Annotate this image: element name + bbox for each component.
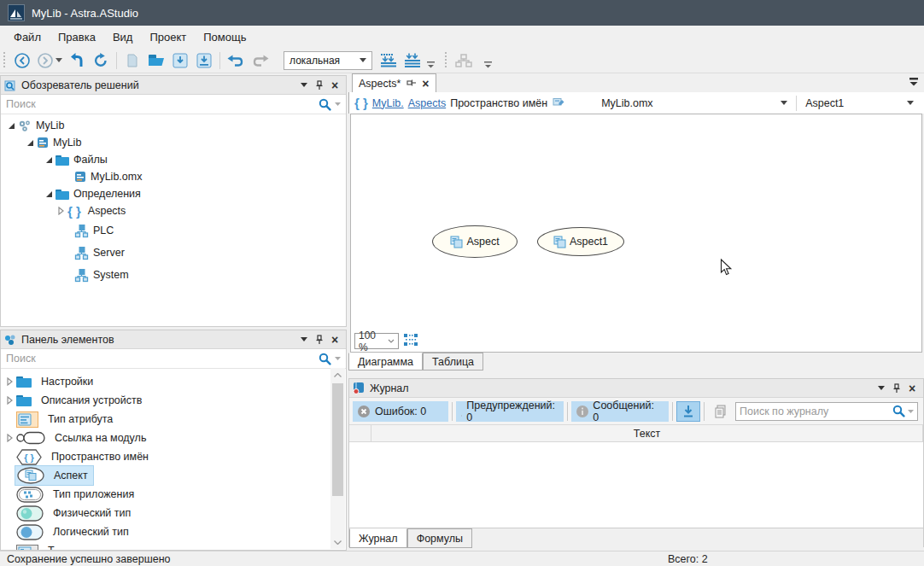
expander-collapsed-icon[interactable] [4,434,15,442]
chevron-down-icon[interactable] [908,410,914,413]
solution-search-input[interactable] [6,98,319,110]
menu-help[interactable]: Помощь [195,27,254,47]
journal-table-body[interactable] [349,442,923,528]
tree-item-label[interactable]: System [93,269,129,281]
scroll-down-icon[interactable] [330,535,345,549]
new-document-button[interactable] [121,50,143,72]
zoom-combo[interactable]: 100 % [354,333,399,349]
toolbox-item-label[interactable]: Ссылка на модуль [55,432,146,444]
tree-row[interactable]: PLC [1,219,346,242]
tree-item-label[interactable]: PLC [93,225,114,236]
close-icon[interactable]: × [327,333,342,347]
toolbox-header[interactable]: Панель элементов × [1,330,346,349]
diagram-node-aspect1[interactable]: Aspect1 [537,227,624,256]
toolbox-item-label[interactable]: Физический тип [53,507,131,519]
document-tab-label[interactable]: Aspects* [359,78,401,90]
journal-text-column[interactable]: Текст [371,425,923,441]
toolbar-overflow-button[interactable] [484,59,492,71]
toolbar-grip[interactable] [3,52,7,69]
tree-item-label[interactable]: Aspects [88,205,126,217]
copy-button[interactable] [708,401,732,422]
scrollbar-thumb[interactable] [332,383,343,496]
navigate-back-button[interactable] [11,50,33,72]
element-combo[interactable]: Aspect1 [800,94,919,112]
document-tab-aspects[interactable]: Aspects* × [352,73,436,92]
pin-icon[interactable] [312,79,327,92]
expander-collapsed-icon[interactable] [56,207,66,215]
redo-button[interactable] [249,50,271,72]
toolbox-item-label[interactable]: Логический тип [53,526,129,538]
tree-item-label[interactable]: Файлы [73,154,108,166]
scroll-to-end-button[interactable] [676,401,700,422]
breadcrumb-library-link[interactable]: MyLib. [372,97,404,109]
panel-position-button[interactable] [296,333,312,347]
toolbox-item[interactable]: Логический тип [1,522,346,541]
toolbox-item-label[interactable]: Пространство имён [51,451,149,463]
panel-position-button[interactable] [874,382,889,395]
tree-item-label[interactable]: MyLib [36,120,64,131]
tree-item-label[interactable]: Server [93,247,125,259]
menu-file[interactable]: Файл [5,27,50,47]
tab-diagram[interactable]: Диаграмма [348,353,423,371]
file-combo[interactable]: MyLib.omx [596,94,792,112]
expander-expanded-icon[interactable] [25,139,35,147]
scroll-up-icon[interactable] [330,368,345,382]
toolbox-item-label[interactable]: Тип атрибута [48,413,113,425]
menu-project[interactable]: Проект [141,27,195,47]
toolbox-item[interactable]: Описания устройств [1,391,346,410]
tree-row[interactable]: Файлы [1,151,346,168]
tree-item-label[interactable]: Определения [73,188,141,200]
messages-filter-button[interactable]: Сообщений: 0 [571,401,669,422]
toolbox-item[interactable]: Настройки [1,372,346,391]
expander-collapsed-icon[interactable] [4,377,15,386]
toolbox-item-label[interactable]: Аспект [54,470,88,481]
breadcrumb-item-link[interactable]: Aspects [408,97,446,109]
toolbar-grip[interactable] [444,52,448,69]
journal-header[interactable]: Журнал × [349,379,923,398]
menu-edit[interactable]: Правка [50,27,104,47]
diagram-canvas[interactable]: Aspect Aspect1 100 % [350,114,922,353]
chevron-down-icon[interactable] [335,357,341,360]
toolbox-item[interactable]: Ссылка на модуль [1,429,346,447]
tab-list-button[interactable] [909,77,919,89]
toolbox-item[interactable]: Физический тип [1,504,346,522]
chevron-down-icon[interactable] [335,102,341,106]
rename-icon[interactable] [553,96,565,109]
toolbox-item-label[interactable]: Настройки [41,376,93,388]
tab-pin-icon[interactable] [406,78,417,90]
tree-row[interactable]: System [1,264,346,286]
journal-search-input[interactable] [740,406,892,417]
tree-row[interactable]: MyLib.omx [1,168,346,185]
navigate-forward-button[interactable] [35,50,64,72]
toolbox-item[interactable]: { } Пространство имён [1,447,346,466]
search-icon[interactable] [892,405,905,417]
tab-journal[interactable]: Журнал [349,528,407,548]
toolbox-item-label[interactable]: Т [48,545,55,551]
journal-severity-column[interactable] [349,425,371,441]
configuration-combo[interactable]: локальная [284,51,372,70]
toolbox-item[interactable]: Тип приложения [1,485,346,504]
pin-icon[interactable] [889,382,904,395]
toolbox-item-selected[interactable]: Аспект [1,466,346,485]
tab-formulas[interactable]: Формулы [407,528,472,548]
refresh-button[interactable] [90,50,112,72]
close-icon[interactable]: × [327,79,342,92]
open-folder-button[interactable] [145,50,167,72]
tree-item-label[interactable]: MyLib [53,137,81,149]
toolbox-item-clipped[interactable]: Т [1,541,346,551]
warnings-filter-button[interactable]: Предупреждений: 0 [456,401,564,422]
toolbox-item[interactable]: Тип атрибута [1,410,346,429]
expander-collapsed-icon[interactable] [4,396,15,405]
diagram-node-aspect[interactable]: Aspect [432,225,518,258]
export-table-button[interactable] [377,50,400,72]
toolbox-search-input[interactable] [6,353,319,365]
expander-expanded-icon[interactable] [44,190,54,198]
tree-row[interactable]: Server [1,242,346,264]
panel-position-button[interactable] [296,79,312,92]
menu-view[interactable]: Вид [104,27,142,47]
expander-expanded-icon[interactable] [6,122,16,130]
undo-button[interactable] [225,50,247,72]
toolbox-item-label[interactable]: Описания устройств [41,394,142,406]
dependency-diagram-button[interactable] [453,50,475,72]
tree-row[interactable]: MyLib [1,117,346,134]
